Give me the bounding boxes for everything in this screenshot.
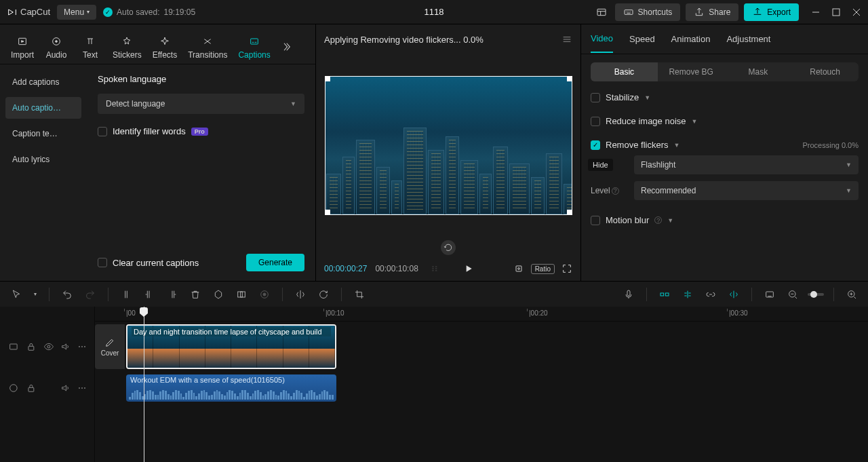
language-select[interactable]: Detect language ▼ xyxy=(98,94,304,114)
tab-transitions[interactable]: Transitions xyxy=(182,30,233,64)
inspector-tab-video[interactable]: Video xyxy=(591,25,613,53)
close-button[interactable] xyxy=(852,7,861,17)
resize-handle-tr[interactable] xyxy=(567,76,572,81)
cover-button[interactable]: Cover xyxy=(95,324,125,369)
info-icon[interactable]: ? xyxy=(654,216,662,224)
menu-button[interactable]: Menu ▾ xyxy=(57,5,96,20)
split-left-tool[interactable] xyxy=(141,286,157,303)
clear-captions-checkbox[interactable] xyxy=(98,258,107,267)
hamburger-icon xyxy=(561,34,572,45)
ratio-button[interactable]: Ratio xyxy=(531,264,555,274)
tab-text[interactable]: Text xyxy=(73,30,107,64)
magnet-toggle[interactable] xyxy=(726,286,742,303)
topbar: CapCut Menu ▾ ✓ Auto saved: 19:19:05 111… xyxy=(0,0,868,24)
duplicate-tool[interactable] xyxy=(233,286,250,303)
reduce-noise-checkbox[interactable] xyxy=(591,117,600,126)
filler-words-checkbox[interactable] xyxy=(98,127,107,136)
minimize-button[interactable] xyxy=(811,7,821,17)
mic-button[interactable] xyxy=(620,286,637,303)
motion-blur-checkbox[interactable] xyxy=(591,216,600,225)
crop-tool[interactable] xyxy=(351,286,368,303)
generate-button[interactable]: Generate xyxy=(246,254,304,271)
zoom-in-button[interactable] xyxy=(844,286,860,303)
shortcuts-button[interactable]: Shortcuts xyxy=(615,3,681,21)
remove-flickers-label: Remove flickers xyxy=(606,140,668,150)
timeline-tracks-area[interactable]: |00|00:10|00:20|00:30 Cover Day and nigh… xyxy=(95,307,868,462)
zoom-slider[interactable] xyxy=(808,293,824,296)
audio-clip[interactable]: Workout EDM with a sense of speed(101650… xyxy=(126,374,336,402)
mirror-tool[interactable] xyxy=(292,286,309,303)
zoom-out-button[interactable] xyxy=(785,286,801,303)
stabilize-checkbox[interactable] xyxy=(591,93,600,102)
preview-toggle[interactable] xyxy=(762,286,778,303)
compare-button[interactable] xyxy=(513,263,524,274)
video-track[interactable]: Cover Day and night transition time laps… xyxy=(95,322,868,372)
play-button[interactable] xyxy=(463,263,474,274)
inspector-tab-animation[interactable]: Animation xyxy=(671,26,711,52)
mute-icon[interactable] xyxy=(60,341,71,352)
share-button[interactable]: Share xyxy=(686,3,738,21)
track-more-icon[interactable]: ⋯ xyxy=(78,383,86,393)
marker-tool[interactable] xyxy=(210,286,226,303)
tabs-more-button[interactable] xyxy=(276,41,296,53)
snap-toggle-2[interactable] xyxy=(679,286,696,303)
subtab-retouch[interactable]: Retouch xyxy=(791,62,859,81)
pointer-tool[interactable] xyxy=(8,286,24,303)
lock-icon[interactable] xyxy=(26,341,37,352)
mute-icon[interactable] xyxy=(60,383,71,393)
delete-tool[interactable] xyxy=(187,286,203,303)
tab-effects[interactable]: Effects xyxy=(147,30,182,64)
resize-handle-tl[interactable] xyxy=(325,76,330,81)
undo-button[interactable] xyxy=(59,286,75,303)
pointer-dropdown[interactable]: ▾ xyxy=(31,286,39,303)
tab-captions[interactable]: Captions xyxy=(233,30,275,64)
eye-icon[interactable] xyxy=(43,341,54,352)
inspector-tab-adjustment[interactable]: Adjustment xyxy=(726,26,770,52)
split-tool[interactable] xyxy=(118,286,134,303)
video-clip[interactable]: Day and night transition time lapse of c… xyxy=(126,324,336,369)
maximize-button[interactable] xyxy=(831,7,841,17)
sidebar-item-auto-captions[interactable]: Auto captio… xyxy=(5,97,81,119)
playhead[interactable] xyxy=(144,307,144,462)
link-toggle[interactable] xyxy=(703,286,719,303)
record-tool[interactable] xyxy=(256,286,273,303)
redo-button[interactable] xyxy=(82,286,98,303)
level-select[interactable]: Recommended ▼ xyxy=(634,181,859,200)
ruler-tick: |00:20 xyxy=(529,309,548,317)
fullscreen-button[interactable] xyxy=(561,263,572,274)
app-logo: CapCut xyxy=(7,7,50,18)
subtab-remove-bg[interactable]: Remove BG xyxy=(658,62,725,81)
reset-transform-button[interactable] xyxy=(441,240,456,255)
inspector-tab-speed[interactable]: Speed xyxy=(629,26,655,52)
sidebar-item-caption-templates[interactable]: Caption te… xyxy=(5,123,81,145)
preview-menu-button[interactable] xyxy=(561,34,572,45)
sidebar-item-add-captions[interactable]: Add captions xyxy=(5,71,81,93)
preview-frame[interactable] xyxy=(325,76,572,215)
rotate-tool[interactable] xyxy=(315,286,332,303)
resize-handle-bl[interactable] xyxy=(325,210,330,215)
layout-icon[interactable] xyxy=(593,4,610,20)
remove-flickers-checkbox[interactable]: ✓ xyxy=(591,140,600,150)
timeline-ruler[interactable]: |00|00:10|00:20|00:30 xyxy=(95,307,868,322)
chevron-down-icon[interactable]: ▼ xyxy=(692,118,698,125)
preview-options-icon[interactable] xyxy=(431,264,440,273)
mode-select[interactable]: Flashlight ▼ xyxy=(634,155,859,174)
chevron-down-icon[interactable]: ▼ xyxy=(644,94,650,101)
info-icon[interactable]: ? xyxy=(612,187,619,195)
chevron-down-icon[interactable]: ▼ xyxy=(667,217,673,224)
subtab-basic[interactable]: Basic xyxy=(591,62,658,81)
tab-import[interactable]: Import xyxy=(5,30,39,64)
audio-track[interactable]: Workout EDM with a sense of speed(101650… xyxy=(95,372,868,404)
tab-stickers[interactable]: Stickers xyxy=(107,30,147,64)
split-right-tool[interactable] xyxy=(164,286,180,303)
chevron-down-icon[interactable]: ▼ xyxy=(673,142,679,149)
track-more-icon[interactable]: ⋯ xyxy=(78,342,86,351)
subtab-mask[interactable]: Mask xyxy=(725,62,792,81)
snap-toggle-1[interactable] xyxy=(656,286,673,303)
lock-icon[interactable] xyxy=(26,383,37,393)
export-button[interactable]: Export xyxy=(744,3,799,21)
sidebar-item-auto-lyrics[interactable]: Auto lyrics xyxy=(5,149,81,170)
resize-handle-br[interactable] xyxy=(567,210,572,215)
tab-audio[interactable]: Audio xyxy=(39,30,73,64)
inspector-panel: Video Speed Animation Adjustment Basic R… xyxy=(580,24,868,281)
